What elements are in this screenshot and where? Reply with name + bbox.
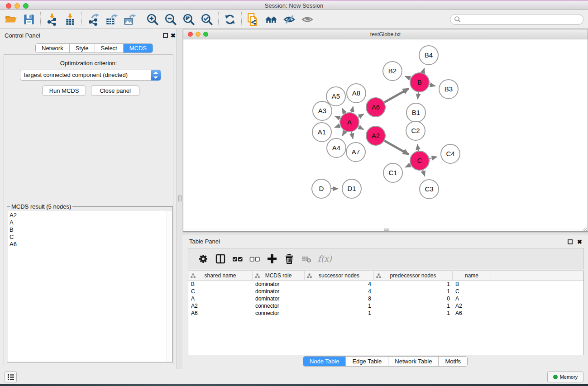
graph-node-A3[interactable]: A3 — [313, 101, 332, 120]
export-image-button[interactable] — [120, 11, 139, 28]
table-tab-network-table[interactable]: Network Table — [388, 357, 439, 366]
table-row[interactable]: A2connector11A2 — [188, 302, 583, 310]
result-item[interactable]: B — [10, 226, 167, 234]
delete-table-button[interactable] — [298, 250, 315, 267]
graph-node-B[interactable]: B — [410, 73, 429, 92]
table-row[interactable]: A6connector11A6 — [188, 310, 583, 317]
edge-B-B2[interactable] — [405, 76, 411, 79]
hide-graphics-details-button[interactable] — [280, 11, 298, 28]
graph-node-D[interactable]: D — [312, 179, 331, 198]
export-table-button[interactable] — [102, 11, 120, 28]
zoom-in-button[interactable] — [143, 11, 162, 28]
float-panel-icon[interactable] — [163, 33, 168, 38]
result-item[interactable]: A2 — [10, 212, 167, 219]
graph-node-A5[interactable]: A5 — [326, 87, 345, 106]
table-row[interactable]: Cdominator41C — [188, 288, 583, 295]
zoom-out-button[interactable] — [162, 11, 180, 28]
edge-A-A8[interactable] — [352, 106, 353, 112]
tab-select[interactable]: Select — [95, 44, 124, 52]
delete-column-button[interactable] — [281, 250, 298, 267]
graph-node-C[interactable]: C — [410, 151, 429, 170]
new-network-from-selection-button[interactable] — [244, 11, 262, 28]
column-selector-button[interactable] — [212, 250, 229, 267]
search-input[interactable] — [462, 16, 583, 23]
edge-C-C4[interactable] — [429, 157, 437, 158]
network-hscrollbar[interactable] — [183, 228, 588, 231]
graph-node-B3[interactable]: B3 — [439, 80, 458, 99]
graph-node-B4[interactable]: B4 — [419, 46, 438, 65]
result-list-scrollbar[interactable] — [167, 211, 172, 362]
network-hscrollbar-thumb[interactable] — [384, 229, 389, 231]
import-table-button[interactable] — [61, 11, 79, 28]
node-table[interactable]: shared nameMCDS rolesuccessor nodesprede… — [188, 271, 584, 355]
mcds-result-list[interactable]: A2ABCA6 — [8, 211, 167, 362]
edge-A-A7[interactable] — [352, 132, 353, 139]
graph-node-A7[interactable]: A7 — [346, 143, 365, 162]
edge-A2-C[interactable] — [384, 141, 409, 154]
save-session-button[interactable] — [20, 11, 38, 28]
tab-mcds[interactable]: MCDS — [124, 44, 153, 52]
graph-node-C3[interactable]: C3 — [420, 180, 439, 199]
tab-style[interactable]: Style — [70, 44, 95, 52]
column-header-shared-name[interactable]: shared name — [188, 271, 253, 280]
graph-node-B1[interactable]: B1 — [406, 103, 425, 122]
open-file-button[interactable] — [2, 11, 20, 28]
column-header-successor-nodes[interactable]: successor nodes — [305, 271, 374, 280]
edge-B-B3[interactable] — [429, 85, 435, 86]
table-row[interactable]: Adominator80A — [188, 295, 583, 302]
show-graphics-details-button[interactable] — [298, 11, 316, 28]
edge-C-C1[interactable] — [405, 165, 411, 167]
edge-A6-B[interactable] — [384, 89, 409, 102]
graph-node-D1[interactable]: D1 — [342, 179, 361, 198]
table-float-icon[interactable] — [568, 239, 573, 244]
graph-node-C4[interactable]: C4 — [441, 144, 460, 163]
edge-C-C3[interactable] — [423, 170, 425, 176]
edge-A-A2[interactable] — [359, 127, 364, 129]
window-resize-grip[interactable] — [581, 225, 587, 231]
column-header-predecessor-nodes[interactable]: predecessor nodes — [374, 271, 453, 280]
table-tab-node-table[interactable]: Node Table — [303, 357, 346, 366]
close-panel-icon[interactable]: ✖ — [171, 32, 176, 39]
table-close-icon[interactable]: ✖ — [577, 238, 582, 245]
column-header-name[interactable]: name — [453, 271, 491, 280]
network-canvas[interactable]: B4B2BB3A5A8A6B1A3AA1C2A2A4A7C4CC1C3DD1 — [183, 39, 588, 231]
edge-A-A3[interactable] — [335, 116, 340, 119]
table-options-button[interactable] — [195, 250, 212, 267]
zoom-fit-button[interactable] — [180, 11, 198, 28]
add-column-button[interactable] — [263, 250, 281, 267]
result-item[interactable]: A — [10, 219, 167, 226]
tab-network[interactable]: Network — [36, 44, 70, 52]
import-network-button[interactable] — [43, 11, 61, 28]
run-mcds-button[interactable]: Run MCDS — [42, 86, 86, 96]
network-graph[interactable]: B4B2BB3A5A8A6B1A3AA1C2A2A4A7C4CC1C3DD1 — [183, 39, 588, 231]
graph-node-A6[interactable]: A6 — [366, 98, 385, 117]
edge-A-A6[interactable] — [358, 114, 364, 117]
graph-node-A4[interactable]: A4 — [327, 138, 346, 157]
result-item[interactable]: C — [10, 234, 167, 241]
table-row[interactable]: Bdominator41B — [188, 281, 583, 288]
edge-B-B1[interactable] — [418, 92, 419, 99]
table-tab-edge-table[interactable]: Edge Table — [346, 357, 388, 366]
network-window-titlebar[interactable]: testGlobe.txt — [183, 29, 588, 39]
edge-B-B4[interactable] — [423, 68, 425, 73]
task-history-button[interactable] — [5, 372, 17, 382]
graph-node-B2[interactable]: B2 — [383, 62, 402, 81]
graph-node-C1[interactable]: C1 — [383, 163, 402, 182]
graph-node-C2[interactable]: C2 — [406, 121, 425, 140]
edge-A-A4[interactable] — [343, 131, 345, 136]
memory-button[interactable]: Memory — [547, 372, 583, 382]
graph-node-A[interactable]: A — [340, 113, 359, 132]
search-field[interactable] — [450, 14, 583, 25]
graph-node-A8[interactable]: A8 — [347, 84, 366, 103]
graph-node-A1[interactable]: A1 — [312, 123, 331, 142]
function-builder-button[interactable]: f(x) — [318, 254, 332, 263]
refresh-button[interactable] — [221, 11, 239, 28]
edge-C-C2[interactable] — [417, 144, 418, 151]
table-tab-motifs[interactable]: Motifs — [439, 357, 467, 366]
export-network-button[interactable] — [84, 11, 102, 28]
graph-node-A2[interactable]: A2 — [366, 126, 385, 145]
panel-divider-handle[interactable] — [178, 195, 182, 201]
deselect-all-button[interactable] — [246, 250, 263, 267]
criterion-dropdown[interactable]: largest connected component (directed) — [20, 70, 161, 81]
result-item[interactable]: A6 — [10, 241, 167, 248]
